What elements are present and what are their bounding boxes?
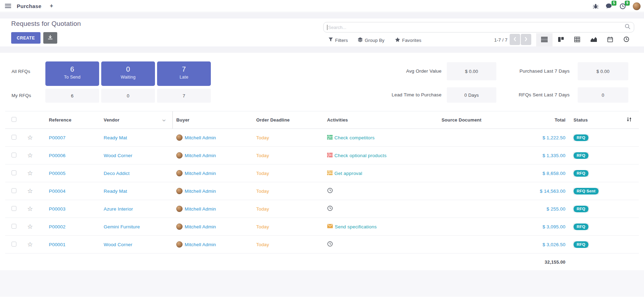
- row-checkbox[interactable]: [12, 135, 16, 140]
- optional-columns-button[interactable]: [620, 117, 639, 123]
- bug-icon[interactable]: [593, 3, 599, 9]
- my-rfqs-cell[interactable]: 7: [157, 89, 211, 103]
- magnifier-icon[interactable]: [625, 24, 630, 31]
- total-amount: $ 3,026.50: [542, 242, 565, 247]
- mail-activity-icon[interactable]: [327, 224, 333, 229]
- kanban-view-button[interactable]: [553, 33, 569, 46]
- table-row[interactable]: ☆P00006Wood CornerMitchell AdminTodayChe…: [5, 147, 639, 164]
- my-rfqs-cell[interactable]: 0: [101, 89, 155, 103]
- header-total[interactable]: Total: [508, 117, 569, 123]
- tile-waiting[interactable]: 0Waiting: [101, 61, 155, 86]
- list-view-button[interactable]: [536, 33, 553, 46]
- status-badge: RFQ: [573, 152, 589, 159]
- select-all-checkbox[interactable]: [5, 117, 24, 123]
- table-row[interactable]: ☆P00007Ready MatMitchell AdminTodayCheck…: [5, 129, 639, 147]
- vendor-link[interactable]: Ready Mat: [104, 189, 127, 194]
- new-tab-icon[interactable]: +: [50, 3, 53, 9]
- favorite-star-toggle[interactable]: ☆: [27, 223, 33, 230]
- tile-late[interactable]: 7Late: [157, 61, 211, 86]
- app-menu-purchase[interactable]: Purchase: [17, 3, 42, 9]
- header-order-deadline[interactable]: Order Deadline: [251, 117, 325, 123]
- pager-next-button[interactable]: [521, 34, 531, 45]
- reference-link[interactable]: P00007: [49, 135, 66, 140]
- deadline-text: Today: [256, 135, 269, 140]
- vendor-link[interactable]: Gemini Furniture: [104, 224, 140, 229]
- table-row[interactable]: ☆P00001Wood CornerMitchell AdminToday$ 3…: [5, 236, 639, 254]
- clock-activity-icon[interactable]: [327, 188, 333, 194]
- activity-link[interactable]: Check competitors: [334, 135, 375, 140]
- reference-link[interactable]: P00002: [49, 224, 66, 229]
- purchased-last-7-days: $ 0.00: [578, 62, 628, 80]
- row-checkbox[interactable]: [12, 224, 16, 229]
- search-input[interactable]: [328, 25, 625, 30]
- buyer-avatar: [176, 241, 183, 248]
- favorite-star-toggle[interactable]: ☆: [27, 188, 33, 194]
- pivot-view-button[interactable]: [569, 33, 585, 46]
- reference-link[interactable]: P00003: [49, 206, 66, 212]
- vendor-link[interactable]: Azure Interior: [104, 206, 133, 212]
- table-row[interactable]: ☆P00004Ready MatMitchell AdminToday$ 14,…: [5, 182, 639, 200]
- activity-link[interactable]: Check optional products: [334, 153, 386, 158]
- favorite-star-toggle[interactable]: ☆: [27, 134, 33, 141]
- header-source-document[interactable]: Source Document: [438, 117, 508, 123]
- search-bar[interactable]: [323, 22, 634, 32]
- vendor-link[interactable]: Ready Mat: [104, 135, 127, 140]
- activity-link[interactable]: Send specifications: [335, 224, 377, 229]
- reference-link[interactable]: P00005: [49, 171, 66, 176]
- vendor-link[interactable]: Wood Corner: [104, 153, 132, 158]
- tasks-activity-icon[interactable]: [327, 135, 333, 141]
- tile-to-send[interactable]: 6To Send: [45, 61, 99, 86]
- favorite-star-toggle[interactable]: ☆: [27, 205, 33, 212]
- group-by-button[interactable]: Group By: [358, 36, 385, 44]
- export-button[interactable]: [43, 32, 57, 44]
- buyer-link[interactable]: Mitchell Admin: [185, 135, 216, 140]
- graph-view-button[interactable]: [585, 33, 602, 46]
- header-vendor[interactable]: Vendor ⌵: [99, 111, 173, 129]
- header-status[interactable]: Status: [569, 117, 620, 123]
- status-badge-label: RFQ: [573, 206, 589, 212]
- row-checkbox[interactable]: [12, 153, 16, 157]
- activity-view-button[interactable]: [618, 33, 635, 46]
- activity-link[interactable]: Get approval: [334, 171, 362, 176]
- favorite-star-toggle[interactable]: ☆: [27, 241, 33, 248]
- reference-link[interactable]: P00004: [49, 189, 66, 194]
- tile-label: Late: [157, 75, 211, 80]
- row-checkbox[interactable]: [12, 170, 16, 175]
- tasks-activity-icon[interactable]: [327, 153, 333, 159]
- table-row[interactable]: ☆P00002Gemini FurnitureMitchell AdminTod…: [5, 218, 639, 236]
- buyer-link[interactable]: Mitchell Admin: [185, 171, 216, 176]
- favorite-star-toggle[interactable]: ☆: [27, 170, 33, 177]
- favorite-star-toggle[interactable]: ☆: [27, 152, 33, 159]
- buyer-link[interactable]: Mitchell Admin: [185, 153, 216, 158]
- reference-link[interactable]: P00006: [49, 153, 66, 158]
- buyer-link[interactable]: Mitchell Admin: [185, 189, 216, 194]
- header-activities[interactable]: Activities: [325, 117, 438, 123]
- messages-icon[interactable]: 5: [606, 3, 613, 9]
- calendar-view-button[interactable]: [602, 33, 618, 46]
- row-checkbox[interactable]: [12, 242, 16, 247]
- filters-button[interactable]: Filters: [328, 36, 348, 44]
- buyer-link[interactable]: Mitchell Admin: [185, 224, 216, 229]
- buyer-link[interactable]: Mitchell Admin: [185, 206, 216, 212]
- header-reference[interactable]: Reference: [40, 117, 99, 123]
- activities-clock-icon[interactable]: 9: [620, 3, 626, 9]
- table-row[interactable]: ☆P00005Deco AddictMitchell AdminTodayGet…: [5, 164, 639, 182]
- user-avatar[interactable]: [633, 2, 641, 10]
- pager-previous-button[interactable]: [510, 34, 520, 45]
- buyer-link[interactable]: Mitchell Admin: [185, 242, 216, 247]
- menu-icon[interactable]: [5, 4, 11, 8]
- create-button[interactable]: CREATE: [11, 32, 40, 44]
- row-checkbox[interactable]: [12, 206, 16, 211]
- clock-activity-icon[interactable]: [327, 241, 333, 248]
- reference-link[interactable]: P00001: [49, 242, 66, 247]
- header-buyer[interactable]: Buyer: [173, 117, 251, 123]
- vendor-link[interactable]: Wood Corner: [104, 242, 132, 247]
- favorites-button[interactable]: Favorites: [395, 36, 421, 44]
- vendor-link[interactable]: Deco Addict: [104, 171, 129, 176]
- row-checkbox[interactable]: [12, 188, 16, 193]
- my-rfqs-cell[interactable]: 6: [45, 89, 99, 103]
- table-row[interactable]: ☆P00003Azure InteriorMitchell AdminToday…: [5, 200, 639, 218]
- separator-band: [0, 46, 644, 53]
- tasks-activity-icon[interactable]: [327, 170, 333, 176]
- clock-activity-icon[interactable]: [327, 205, 333, 212]
